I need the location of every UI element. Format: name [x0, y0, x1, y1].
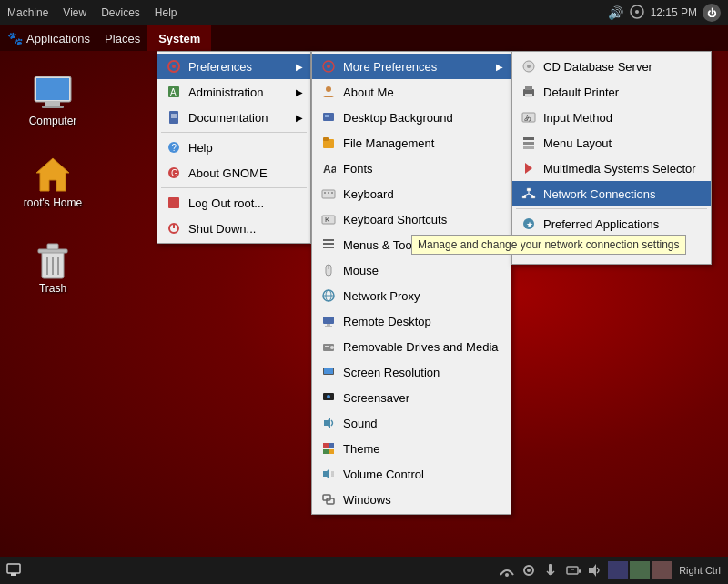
tray-config-icon[interactable]	[519, 560, 539, 580]
file-mgmt-item[interactable]: File Management	[312, 130, 511, 156]
svg-rect-81	[527, 188, 531, 191]
about-me-item[interactable]: About Me	[312, 79, 511, 105]
help-menu[interactable]: Help	[147, 0, 185, 25]
home-desktop-icon[interactable]: root's Home	[16, 149, 89, 213]
sound-label: Sound	[343, 417, 378, 430]
svg-point-28	[327, 65, 330, 68]
kbd-indicators	[608, 561, 672, 579]
system-btn[interactable]: System	[147, 25, 211, 51]
svg-rect-82	[522, 196, 526, 198]
keyboard-item[interactable]: Keyboard	[312, 181, 511, 206]
sound-item[interactable]: Sound	[312, 410, 511, 436]
volume-control-icon	[319, 465, 338, 483]
speaker-icon[interactable]: 🔊	[608, 5, 623, 20]
about-gnome-menu-item[interactable]: G About GNOME	[157, 160, 310, 186]
theme-icon	[319, 439, 338, 458]
preferred-apps-item[interactable]: ★ Preferred Applications	[512, 211, 711, 237]
svg-rect-99	[567, 567, 578, 574]
screen-resolution-item[interactable]: Screen Resolution	[312, 359, 511, 385]
computer-icon-img	[31, 71, 75, 115]
volume-control-item[interactable]: Volume Control	[312, 461, 511, 487]
desktop-bg-label: Desktop Background	[343, 111, 453, 125]
remote-desktop-item[interactable]: Remote Desktop	[312, 308, 511, 334]
documentation-menu-item[interactable]: Documentation ▶	[157, 105, 310, 130]
screensaver-item[interactable]: Screensaver	[312, 385, 511, 410]
sys-sep1	[161, 132, 307, 133]
bottom-right-area: Right Ctrl	[497, 560, 728, 580]
desktop-bg-item[interactable]: Desktop Background	[312, 105, 511, 130]
svg-rect-3	[36, 78, 69, 100]
tray-usb-icon[interactable]	[541, 560, 561, 580]
preferences-icon	[165, 57, 183, 76]
multimedia-selector-label: Multimedia Systems Selector	[543, 162, 696, 176]
svg-rect-60	[323, 443, 329, 448]
preferences-menu-item[interactable]: Preferences ▶	[157, 54, 310, 79]
network-proxy-item[interactable]: Network Proxy	[312, 283, 511, 308]
default-printer-item[interactable]: Default Printer	[512, 79, 711, 105]
mouse-icon	[319, 261, 338, 279]
network-icon[interactable]	[629, 4, 645, 23]
panel-right: 🔊 12:15 PM ⏻	[608, 4, 728, 23]
cd-database-item[interactable]: CD Database Server	[512, 54, 711, 79]
removable-drives-item[interactable]: Removable Drives and Media	[312, 334, 511, 359]
trash-icon-img	[31, 238, 75, 282]
menu-layout-item[interactable]: Menu Layout	[512, 130, 711, 156]
logout-label: Log Out root...	[188, 196, 264, 210]
bottom-panel: Right Ctrl	[0, 557, 728, 584]
svg-point-14	[172, 65, 176, 68]
svg-marker-6	[36, 158, 69, 191]
logout-menu-item[interactable]: Log Out root...	[157, 190, 310, 216]
keyboard-shortcuts-item[interactable]: K Keyboard Shortcuts	[312, 206, 511, 232]
theme-item[interactable]: Theme	[312, 436, 511, 461]
menus-toolbars-icon	[319, 236, 338, 254]
places-btn[interactable]: Places	[97, 25, 147, 51]
keyboard-label: Keyboard	[343, 187, 394, 201]
devices-menu[interactable]: Devices	[94, 0, 147, 25]
power-button[interactable]: ⏻	[703, 4, 721, 22]
multimedia-selector-item[interactable]: Multimedia Systems Selector	[512, 156, 711, 181]
machine-menu[interactable]: Machine	[0, 0, 56, 25]
computer-desktop-icon[interactable]: Computer	[16, 67, 89, 131]
applications-label: Applications	[26, 32, 90, 45]
preferences-submenu: More Preferences ▶ About Me Desktop Back…	[311, 51, 511, 515]
fonts-label: Fonts	[343, 162, 373, 176]
shutdown-menu-item[interactable]: Shut Down...	[157, 216, 310, 241]
tooltip-text: Manage and change your network connectio…	[418, 238, 680, 251]
applications-btn[interactable]: 🐾 Applications	[0, 25, 97, 51]
administration-icon: A	[165, 83, 183, 101]
fonts-item[interactable]: Aa Fonts	[312, 156, 511, 181]
mouse-item[interactable]: Mouse	[312, 257, 511, 283]
svg-rect-49	[323, 317, 334, 324]
tray-mixer-icon[interactable]	[584, 560, 604, 580]
administration-menu-item[interactable]: A Administration ▶	[157, 79, 310, 105]
default-printer-icon	[520, 83, 538, 101]
svg-text:G: G	[171, 168, 178, 178]
input-method-item[interactable]: あ Input Method	[512, 105, 711, 130]
trash-desktop-icon[interactable]: Trash	[16, 235, 89, 298]
svg-point-29	[326, 86, 331, 92]
theme-label: Theme	[343, 442, 379, 456]
help-menu-item[interactable]: ? Help	[157, 135, 310, 160]
network-proxy-label: Network Proxy	[343, 289, 420, 303]
svg-rect-51	[325, 326, 332, 327]
windows-item[interactable]: Windows	[312, 487, 511, 512]
svg-rect-36	[324, 192, 326, 194]
documentation-label: Documentation	[188, 111, 268, 125]
file-mgmt-icon	[319, 134, 338, 152]
keyboard-shortcuts-label: Keyboard Shortcuts	[343, 213, 447, 227]
about-me-label: About Me	[343, 86, 394, 99]
network-connections-item[interactable]: Network Connections	[512, 181, 711, 206]
about-me-icon	[319, 83, 338, 101]
svg-text:あ: あ	[524, 114, 531, 122]
tray-power-icon[interactable]	[562, 560, 582, 580]
about-gnome-icon: G	[165, 164, 183, 182]
more-preferences-item[interactable]: More Preferences ▶	[312, 54, 511, 79]
svg-marker-64	[323, 468, 329, 479]
preferred-apps-icon: ★	[520, 215, 538, 233]
tray-network-icon[interactable]	[497, 560, 517, 580]
show-desktop-btn[interactable]	[4, 560, 24, 580]
svg-rect-37	[328, 192, 329, 194]
help-label: Help	[155, 6, 177, 19]
view-label: View	[63, 6, 86, 19]
view-menu[interactable]: View	[56, 0, 94, 25]
